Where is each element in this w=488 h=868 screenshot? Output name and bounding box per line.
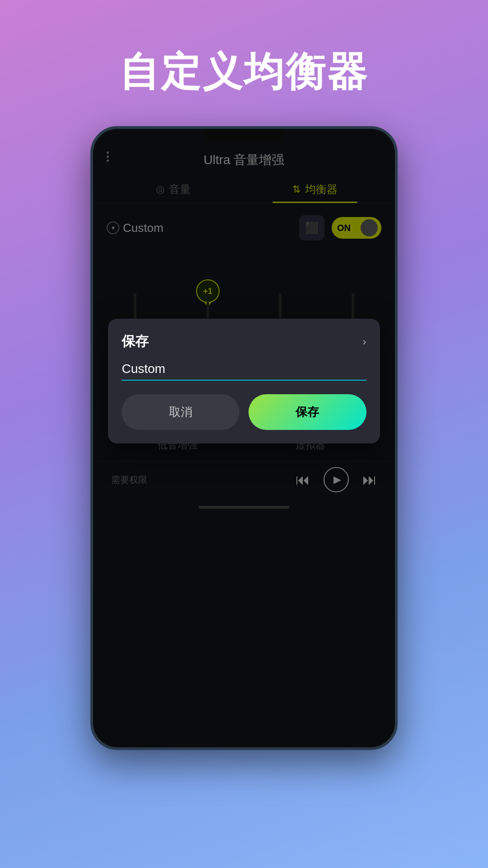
dialog-overlay: 保存 › 取消 保存 bbox=[93, 129, 395, 747]
page-title: 自定义均衡器 bbox=[119, 45, 369, 99]
volume-down-button bbox=[90, 255, 92, 283]
dialog-name-input[interactable] bbox=[122, 362, 366, 376]
dialog-arrow-right-icon: › bbox=[363, 335, 366, 348]
power-button bbox=[396, 237, 398, 278]
phone-frame: Ultra 音量增强 ◎ 音量 ⇅ 均衡器 ▾ Custom ⬛ O bbox=[90, 126, 398, 750]
save-button[interactable]: 保存 bbox=[249, 394, 366, 430]
volume-up-button bbox=[90, 219, 92, 246]
cancel-button[interactable]: 取消 bbox=[122, 394, 239, 430]
dialog-header: 保存 › bbox=[122, 332, 366, 351]
app-screen: Ultra 音量增强 ◎ 音量 ⇅ 均衡器 ▾ Custom ⬛ O bbox=[93, 129, 395, 747]
dialog-input-row bbox=[122, 362, 366, 381]
save-dialog: 保存 › 取消 保存 bbox=[108, 319, 380, 443]
dialog-buttons: 取消 保存 bbox=[122, 394, 366, 430]
dialog-title: 保存 bbox=[122, 332, 149, 351]
